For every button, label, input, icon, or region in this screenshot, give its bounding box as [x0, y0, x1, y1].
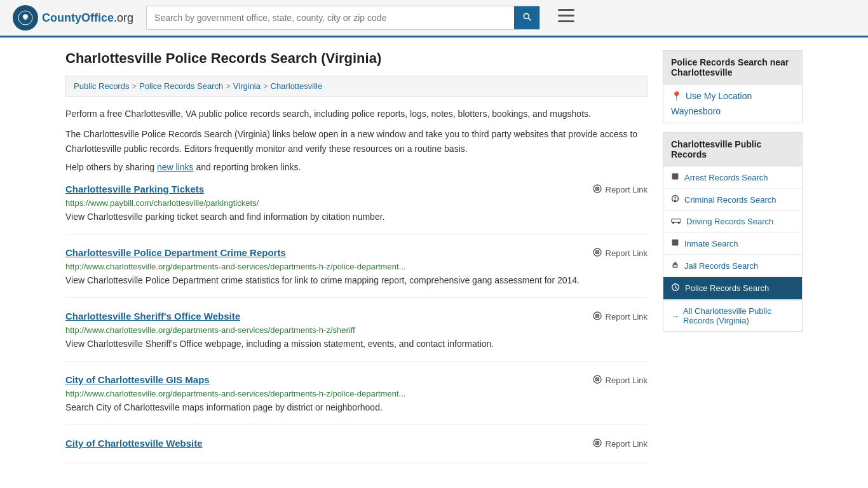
public-records-section-title: Charlottesville Public Records — [663, 132, 803, 166]
all-records-link[interactable]: → All Charlottesville Public Records (Vi… — [663, 301, 803, 332]
sidebar-link-item[interactable]: Jail Records Search — [663, 255, 802, 277]
svg-rect-2 — [558, 9, 574, 11]
main-container: Charlottesville Police Records Search (V… — [53, 37, 815, 488]
svg-rect-3 — [558, 15, 574, 17]
waynesboro-link[interactable]: Waynesboro — [671, 106, 794, 116]
content-area: Charlottesville Police Records Search (V… — [65, 50, 648, 476]
link-entry: Charlottesville Police Department Crime … — [65, 247, 648, 298]
nearby-section-title: Police Records Search near Charlottesvil… — [663, 50, 803, 85]
page-title: Charlottesville Police Records Search (V… — [65, 50, 648, 67]
report-icon — [592, 184, 602, 196]
link-entry-header: Charlottesville Sheriff's Office Website… — [65, 311, 648, 323]
sidebar-link-label: Police Records Search — [685, 283, 769, 293]
svg-point-1 — [24, 15, 27, 18]
link-title[interactable]: City of Charlottesville Website — [65, 438, 203, 449]
link-url[interactable]: http://www.charlottesville.org/departmen… — [65, 389, 648, 398]
link-desc: View Charlottesville Police Department c… — [65, 274, 648, 287]
sidebar-link-item[interactable]: Criminal Records Search — [663, 189, 802, 211]
breadcrumb-sep-1: > — [132, 81, 137, 91]
sidebar-link-label: Arrest Records Search — [684, 173, 768, 182]
sidebar-link-icon — [671, 194, 679, 205]
link-url[interactable]: http://www.charlottesville.org/departmen… — [65, 262, 648, 271]
breadcrumb-police-records[interactable]: Police Records Search — [139, 81, 223, 91]
sidebar-link-item[interactable]: Inmate Search — [663, 233, 802, 255]
sidebar-link-item[interactable]: Police Records Search — [663, 277, 802, 300]
svg-point-21 — [678, 222, 681, 224]
svg-rect-22 — [672, 240, 679, 246]
link-entry-header: City of Charlottesville GIS Maps Report … — [65, 374, 648, 386]
breadcrumb: Public Records > Police Records Search >… — [65, 76, 648, 97]
sidebar: Police Records Search near Charlottesvil… — [663, 50, 803, 476]
report-link-button[interactable]: Report Link — [592, 438, 648, 450]
breadcrumb-public-records[interactable]: Public Records — [74, 81, 129, 91]
report-link-button[interactable]: Report Link — [592, 311, 648, 323]
link-title[interactable]: Charlottesville Police Department Crime … — [65, 247, 286, 258]
link-entry-header: Charlottesville Parking Tickets Report L… — [65, 184, 648, 196]
svg-rect-23 — [673, 265, 677, 268]
link-title[interactable]: City of Charlottesville GIS Maps — [65, 374, 210, 385]
link-entry: Charlottesville Parking Tickets Report L… — [65, 184, 648, 234]
sidebar-link-icon — [671, 172, 679, 182]
breadcrumb-sep-3: > — [263, 81, 268, 91]
sidebar-link-icon — [671, 238, 679, 248]
help-text: Help others by sharing new links and rep… — [65, 162, 648, 172]
link-title[interactable]: Charlottesville Parking Tickets — [65, 184, 204, 194]
link-desc: View Charlottesville parking ticket sear… — [65, 210, 648, 224]
link-entry-header: City of Charlottesville Website Report L… — [65, 438, 648, 450]
link-desc: Search City of Charlottesville maps info… — [65, 401, 648, 414]
link-title[interactable]: Charlottesville Sheriff's Office Website — [65, 311, 240, 322]
new-links-link[interactable]: new links — [157, 162, 194, 172]
link-entries: Charlottesville Parking Tickets Report L… — [65, 184, 648, 463]
description-1: Perform a free Charlottesville, VA publi… — [65, 107, 648, 121]
logo-text: CountyOffice.org — [42, 11, 133, 25]
logo-icon — [13, 5, 38, 30]
link-url[interactable]: http://www.charlottesville.org/departmen… — [65, 325, 648, 335]
link-entry: City of Charlottesville GIS Maps Report … — [65, 374, 648, 425]
link-entry: Charlottesville Sheriff's Office Website… — [65, 311, 648, 362]
sidebar-link-item[interactable]: Arrest Records Search — [663, 166, 802, 189]
link-entry: City of Charlottesville Website Report L… — [65, 438, 648, 463]
sidebar-link-icon — [671, 283, 680, 294]
link-desc: View Charlottesville Sheriff's Office we… — [65, 337, 648, 351]
link-url[interactable]: https://www.paybill.com/charlottesville/… — [65, 198, 648, 208]
description-2: The Charlottesville Police Records Searc… — [65, 127, 648, 156]
report-icon — [592, 311, 602, 323]
report-link-button[interactable]: Report Link — [592, 374, 648, 386]
sidebar-link-icon — [671, 217, 681, 226]
sidebar-link-label: Driving Records Search — [686, 217, 773, 226]
sidebar-link-label: Criminal Records Search — [684, 195, 776, 205]
report-icon — [592, 247, 602, 259]
report-link-button[interactable]: Report Link — [592, 247, 648, 259]
public-records-links: Arrest Records Search Criminal Records S… — [663, 166, 803, 301]
logo-link[interactable]: CountyOffice.org — [13, 5, 133, 30]
svg-point-18 — [675, 200, 676, 201]
location-pin-icon: 📍 — [671, 91, 682, 101]
sidebar-link-label: Inmate Search — [684, 239, 738, 248]
breadcrumb-sep-2: > — [226, 81, 231, 91]
search-bar — [146, 6, 540, 30]
sidebar-link-icon — [671, 261, 679, 271]
site-header: CountyOffice.org — [0, 0, 868, 37]
hamburger-menu[interactable] — [558, 9, 574, 27]
svg-rect-15 — [672, 173, 679, 180]
sidebar-location: 📍 Use My Location Waynesboro — [663, 85, 803, 123]
breadcrumb-charlottesville[interactable]: Charlottesville — [271, 81, 323, 91]
sidebar-link-label: Jail Records Search — [684, 261, 758, 271]
link-entry-header: Charlottesville Police Department Crime … — [65, 247, 648, 259]
report-icon — [592, 438, 602, 450]
report-link-button[interactable]: Report Link — [592, 184, 648, 196]
svg-point-20 — [672, 222, 675, 224]
use-my-location[interactable]: 📍 Use My Location — [671, 91, 794, 101]
breadcrumb-virginia[interactable]: Virginia — [233, 81, 261, 91]
search-button[interactable] — [514, 6, 539, 29]
svg-rect-4 — [558, 20, 574, 22]
report-icon — [592, 374, 602, 386]
search-input[interactable] — [147, 8, 514, 28]
sidebar-link-item[interactable]: Driving Records Search — [663, 211, 802, 233]
